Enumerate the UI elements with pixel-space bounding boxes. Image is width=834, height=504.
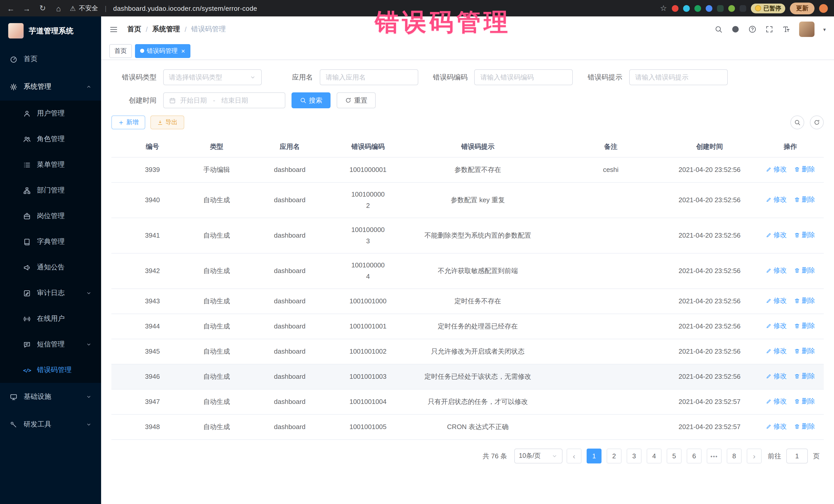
trash-icon (794, 348, 800, 354)
breadcrumb-item[interactable]: 首页 (127, 25, 141, 34)
cell-actions: 修改删除 (757, 414, 824, 440)
sidebar-item-dept[interactable]: 部门管理 (0, 178, 101, 203)
delete-link[interactable]: 删除 (794, 421, 815, 432)
delete-link[interactable]: 删除 (794, 396, 815, 407)
close-icon[interactable]: × (181, 47, 185, 54)
tab-error-code[interactable]: 错误码管理× (135, 44, 190, 58)
browser-profile-avatar[interactable] (819, 4, 828, 13)
sidebar-item-infra[interactable]: 基础设施 (0, 383, 101, 411)
page-size-select[interactable]: 10条/页 (514, 448, 563, 463)
sidebar-item-error-code[interactable]: </>错误码管理 (0, 357, 101, 383)
caret-down-icon[interactable]: ▾ (823, 26, 826, 32)
delete-link[interactable]: 删除 (794, 194, 815, 205)
sidebar-item-notice[interactable]: 通知公告 (0, 255, 101, 280)
page-button-5[interactable]: 5 (667, 448, 682, 463)
edit-link[interactable]: 修改 (766, 396, 787, 407)
font-size-icon[interactable] (782, 25, 790, 34)
pager-ellipsis[interactable]: ••• (707, 448, 722, 463)
delete-link[interactable]: 删除 (794, 164, 815, 175)
url-text[interactable]: dashboard.yudao.iocoder.cn/system/error-… (113, 4, 257, 12)
table-header-row: 编号类型应用名错误码编码错误码提示备注创建时间操作 (111, 136, 824, 157)
search-button[interactable]: 搜索 (291, 92, 331, 108)
error-code-input[interactable] (474, 69, 573, 85)
error-code-label: 错误码编码 (433, 73, 467, 82)
user-avatar[interactable] (799, 22, 814, 37)
edit-link[interactable]: 修改 (766, 164, 787, 175)
cell-remark (559, 218, 662, 253)
delete-link[interactable]: 删除 (794, 345, 815, 357)
sidebar-item-menu[interactable]: 菜单管理 (0, 152, 101, 178)
page-button-6[interactable]: 6 (687, 448, 702, 463)
search-icon[interactable] (715, 25, 723, 34)
delete-link[interactable]: 删除 (794, 295, 815, 306)
edit-link[interactable]: 修改 (766, 320, 787, 332)
cell-actions: 修改删除 (757, 314, 824, 339)
edit-link[interactable]: 修改 (766, 265, 787, 276)
back-icon[interactable]: ← (6, 4, 15, 13)
extension-icon[interactable] (717, 5, 723, 12)
chevron-down-icon (551, 453, 558, 459)
help-icon[interactable] (748, 25, 756, 34)
extension-icon[interactable] (705, 5, 712, 12)
error-hint-input[interactable] (629, 69, 727, 85)
sidebar-item-sms[interactable]: 短信管理 (0, 332, 101, 357)
sidebar-item-system[interactable]: 系统管理 (0, 73, 101, 101)
refresh-button[interactable] (810, 115, 824, 129)
sidebar-item-user[interactable]: 用户管理 (0, 101, 101, 126)
sidebar: 芋道管理系统 首页系统管理用户管理角色管理菜单管理部门管理岗位管理字典管理通知公… (0, 17, 101, 504)
sidebar-item-home[interactable]: 首页 (0, 45, 101, 73)
page-button-4[interactable]: 4 (647, 448, 662, 463)
edit-link[interactable]: 修改 (766, 295, 787, 306)
edit-link[interactable]: 修改 (766, 194, 787, 205)
error-type-select[interactable]: 请选择错误码类型 (163, 69, 262, 85)
sidebar-item-dev-tool[interactable]: 研发工具 (0, 411, 101, 438)
sidebar-item-post[interactable]: 岗位管理 (0, 203, 101, 229)
sidebar-item-role[interactable]: 角色管理 (0, 126, 101, 152)
sidebar-item-dict[interactable]: 字典管理 (0, 229, 101, 255)
page-button-2[interactable]: 2 (607, 448, 621, 463)
page-button-8[interactable]: 8 (727, 448, 742, 463)
reset-button[interactable]: 重置 (337, 92, 376, 108)
home-icon[interactable]: ⌂ (54, 4, 63, 13)
extension-icon[interactable] (739, 5, 746, 12)
extension-icon[interactable] (694, 5, 701, 12)
bookmark-star-icon[interactable]: ☆ (660, 4, 667, 13)
page-button-3[interactable]: 3 (627, 448, 641, 463)
app-name-input[interactable] (320, 69, 418, 85)
tab-home[interactable]: 首页 (109, 44, 132, 58)
goto-page-input[interactable] (786, 448, 808, 463)
github-icon[interactable] (731, 25, 740, 34)
edit-link[interactable]: 修改 (766, 371, 787, 382)
sidebar-item-audit-log[interactable]: 审计日志 (0, 280, 101, 306)
export-button[interactable]: 导出 (150, 115, 184, 129)
page-button-1[interactable]: 1 (587, 448, 601, 463)
sidebar-item-online-user[interactable]: 在线用户 (0, 306, 101, 332)
extension-icon[interactable] (683, 5, 689, 12)
delete-link[interactable]: 删除 (794, 229, 815, 241)
reload-icon[interactable]: ↻ (38, 4, 47, 13)
add-button[interactable]: 新增 (111, 115, 145, 129)
delete-link[interactable]: 删除 (794, 371, 815, 382)
prev-page-button[interactable]: ‹ (567, 448, 581, 463)
extension-icon[interactable] (728, 5, 735, 12)
cell-actions: 修改删除 (757, 218, 824, 253)
date-range-picker[interactable]: 开始日期 - 结束日期 (163, 92, 285, 108)
next-page-button[interactable]: › (747, 448, 762, 463)
edit-link[interactable]: 修改 (766, 345, 787, 357)
sidebar-item-label: 用户管理 (37, 109, 65, 118)
search-toggle-button[interactable] (790, 115, 804, 129)
fullscreen-icon[interactable] (765, 25, 773, 34)
pencil-icon (766, 166, 772, 172)
delete-link[interactable]: 删除 (794, 265, 815, 276)
breadcrumb-item[interactable]: 系统管理 (152, 25, 180, 34)
hamburger-icon[interactable] (109, 25, 118, 34)
security-chip[interactable]: ⚠ 不安全 (70, 4, 98, 13)
edit-link[interactable]: 修改 (766, 421, 787, 432)
paused-badge[interactable]: 已暂停 (751, 3, 785, 13)
chevron-down-icon (86, 421, 92, 428)
delete-link[interactable]: 删除 (794, 320, 815, 332)
edit-link[interactable]: 修改 (766, 229, 787, 241)
extension-icon[interactable] (672, 5, 678, 12)
update-button[interactable]: 更新 (790, 2, 814, 14)
forward-icon[interactable]: → (22, 4, 31, 13)
